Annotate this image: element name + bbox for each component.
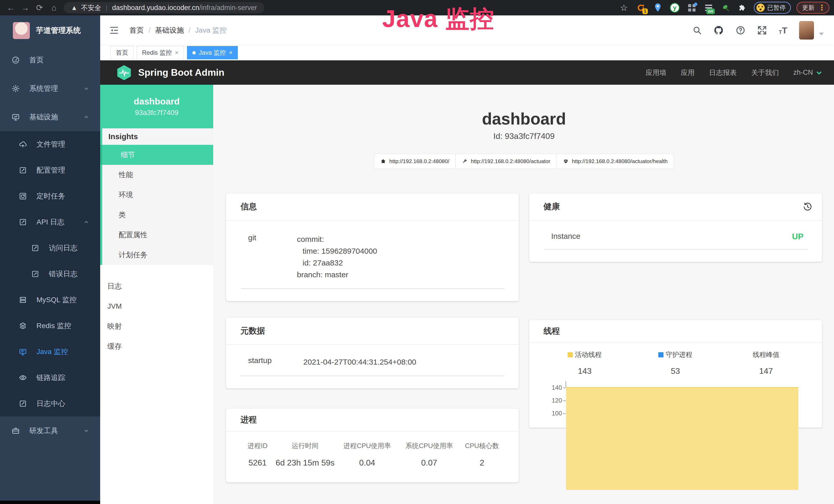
breadcrumb-home[interactable]: 首页 xyxy=(129,25,144,35)
screen: ← → ⟳ ⌂ ▲️ 不安全 | dashboard.yudao.iocoder… xyxy=(0,0,834,504)
tab-home[interactable]: 首页 xyxy=(110,46,134,59)
sba-header: Spring Boot Admin 应用墙 应用 日志报表 关于我们 zh-CN xyxy=(100,60,834,85)
sidebar-item-error-logs[interactable]: 错误日志 xyxy=(0,261,100,287)
peak-threads-value: 147 xyxy=(721,366,811,376)
sidebar-item-log-center[interactable]: 日志中心 xyxy=(0,391,100,416)
app-logo xyxy=(13,22,30,39)
sidebar-item-system[interactable]: 系统管理 xyxy=(0,74,100,103)
sba-item-metrics[interactable]: 性能 xyxy=(102,165,213,185)
tab-redis-monitor[interactable]: Redis 监控 × xyxy=(137,46,184,59)
metadata-startup-row: startup 2021-04-27T00:44:31.254+08:00 xyxy=(241,345,504,376)
sba-sidebar: dashboard 93a3fc7f7409 Insights 细节 性能 环境… xyxy=(100,85,213,504)
sba-nav-journal[interactable]: 日志报表 xyxy=(709,68,737,77)
infra-submenu: 文件管理 配置管理 定时任务 xyxy=(0,131,100,416)
sidebar-item-file-management[interactable]: 文件管理 xyxy=(0,131,100,157)
info-card-title: 信息 xyxy=(240,201,257,212)
sidebar-item-home[interactable]: 首页 xyxy=(0,46,100,74)
sidebar-item-config-management[interactable]: 配置管理 xyxy=(0,157,100,183)
sidebar-item-access-logs[interactable]: 访问日志 xyxy=(0,235,100,261)
tab-label: Redis 监控 xyxy=(142,48,172,57)
tab-java-monitor[interactable]: Java 监控 × xyxy=(187,46,238,59)
sba-item-caches[interactable]: 缓存 xyxy=(100,336,213,357)
extensions-puzzle-icon[interactable] xyxy=(737,2,748,13)
sba-item-config-props[interactable]: 配置属性 xyxy=(102,225,213,245)
profile-emoji-icon xyxy=(756,4,765,12)
sba-item-logs[interactable]: 日志 xyxy=(100,276,213,296)
process-col-header: 运行时间 xyxy=(275,441,335,450)
service-url-button[interactable]: http://192.168.0.2:48080/ xyxy=(374,154,456,169)
sba-item-environment[interactable]: 环境 xyxy=(102,185,213,205)
sba-item-mappings[interactable]: 映射 xyxy=(100,316,213,336)
process-cpu: 0.04 xyxy=(335,458,399,467)
cpu-cores: 2 xyxy=(460,458,504,467)
sba-item-details[interactable]: 细节 xyxy=(100,145,213,165)
bookmark-star-icon[interactable]: ☆ xyxy=(618,2,630,13)
browser-forward-icon[interactable]: → xyxy=(19,2,31,14)
profile-paused-badge[interactable]: 已暂停 xyxy=(754,2,791,14)
extension-pin-icon[interactable] xyxy=(652,2,663,13)
sba-item-jvm[interactable]: JVM xyxy=(100,296,213,316)
font-size-icon[interactable]: TT xyxy=(779,26,787,35)
breadcrumb-infra[interactable]: 基础设施 xyxy=(155,25,184,35)
sidebar-fold-icon[interactable] xyxy=(109,25,119,36)
fullscreen-icon[interactable] xyxy=(757,25,767,35)
github-icon[interactable] xyxy=(714,25,724,36)
tag-view-bar: 首页 Redis 监控 × Java 监控 × xyxy=(100,45,834,60)
browser-home-icon[interactable]: ⌂ xyxy=(48,2,60,14)
briefcase-icon xyxy=(11,427,20,435)
search-icon[interactable] xyxy=(693,26,702,35)
sidebar-item-scheduled-jobs[interactable]: 定时任务 xyxy=(0,183,100,209)
metadata-row-label: startup xyxy=(248,356,303,368)
browser-reload-icon[interactable]: ⟳ xyxy=(34,2,46,14)
sba-locale-select[interactable]: zh-CN xyxy=(793,69,823,76)
sba-instance-header[interactable]: dashboard 93a3fc7f7409 xyxy=(100,85,213,129)
sidebar-item-redis-monitor[interactable]: Redis 监控 xyxy=(0,313,100,339)
sba-nav-applications[interactable]: 应用 xyxy=(681,68,695,77)
sidebar-item-infra[interactable]: 基础设施 xyxy=(0,103,100,131)
chevron-up-icon xyxy=(83,114,89,120)
browser-back-icon[interactable]: ← xyxy=(5,2,17,14)
sba-item-classes[interactable]: 类 xyxy=(102,205,213,225)
legend-daemon-threads: 守护进程 xyxy=(665,350,692,359)
app-logo-row[interactable]: 芋道管理系统 xyxy=(0,16,100,46)
address-bar[interactable]: ▲️ 不安全 | dashboard.yudao.iocoder.cn/infr… xyxy=(64,2,264,13)
extension-on-icon[interactable]: on xyxy=(703,2,714,13)
sba-brand[interactable]: Spring Boot Admin xyxy=(117,65,224,81)
close-icon[interactable]: × xyxy=(229,49,233,56)
close-icon[interactable]: × xyxy=(175,49,178,56)
extension-leaf-icon[interactable] xyxy=(720,2,731,13)
sidebar-item-tracing[interactable]: 链路追踪 xyxy=(0,365,100,391)
sidebar-item-api-logs[interactable]: API 日志 xyxy=(0,209,100,235)
actuator-url-button[interactable]: http://192.168.0.2:48080/actuator xyxy=(455,154,556,169)
loop-icon xyxy=(19,192,27,201)
y-tick-120: 120 xyxy=(547,397,562,404)
extension-grid-icon[interactable] xyxy=(686,2,697,13)
sidebar-item-java-monitor[interactable]: Java 监控 xyxy=(0,339,100,365)
sidebar-item-mysql-monitor[interactable]: MySQL 监控 xyxy=(0,287,100,313)
user-avatar[interactable] xyxy=(799,21,814,40)
help-icon[interactable] xyxy=(736,25,745,35)
sba-item-scheduled-tasks[interactable]: 计划任务 xyxy=(102,245,213,265)
extension-y-icon[interactable]: y xyxy=(669,2,680,13)
avatar-caret-down-icon[interactable] xyxy=(819,32,824,36)
heartbeat-icon xyxy=(563,158,569,164)
actuator-url-label: http://192.168.0.2:48080/actuator xyxy=(471,158,550,164)
sba-nav-wallboard[interactable]: 应用墙 xyxy=(645,68,666,77)
browser-menu-icon[interactable]: ⋮ xyxy=(818,4,826,12)
metadata-startup-value: 2021-04-27T00:44:31.254+08:00 xyxy=(303,356,416,368)
sidebar-item-dev-tools[interactable]: 研发工具 xyxy=(0,416,100,445)
edit-square-icon xyxy=(19,218,27,226)
browser-update-button[interactable]: 更新 ⋮ xyxy=(796,2,829,14)
health-url-button[interactable]: http://192.168.0.2:48080/actuator/health xyxy=(556,154,674,169)
sidebar-item-label: 定时任务 xyxy=(37,191,65,201)
extension-orange-icon[interactable]: 1 xyxy=(635,2,646,13)
y-tick-140: 140 xyxy=(547,384,562,391)
screenshot-bottom-strip xyxy=(0,501,100,504)
sba-nav-about[interactable]: 关于我们 xyxy=(751,68,779,77)
address-separator: | xyxy=(106,4,108,12)
extension-badge-count: 1 xyxy=(642,8,648,14)
sba-logo-icon xyxy=(117,65,132,81)
process-pid: 5261 xyxy=(240,458,275,467)
health-status-badge: UP xyxy=(792,232,808,241)
history-icon[interactable] xyxy=(803,202,812,211)
